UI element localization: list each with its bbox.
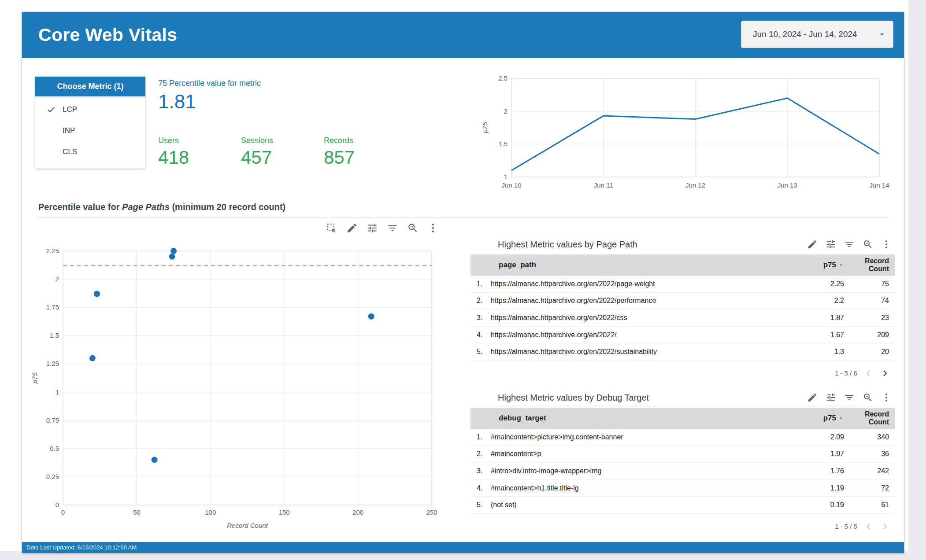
metric-filter-list: LCP INP CLS	[35, 96, 145, 169]
marquee-select-icon[interactable]	[326, 222, 337, 234]
svg-text:Jun 11: Jun 11	[594, 181, 613, 189]
row-p75: 0.19	[802, 501, 844, 509]
more-vert-icon[interactable]	[881, 239, 892, 250]
section-divider	[37, 217, 889, 217]
column-header-p75[interactable]: p75	[802, 261, 844, 269]
metric-option-label: INP	[63, 126, 75, 135]
svg-text:Record Count: Record Count	[227, 522, 268, 529]
dropdown-caret-icon	[877, 29, 887, 39]
section-title-suffix: (minimum 20 record count)	[170, 202, 285, 212]
edit-icon[interactable]	[346, 222, 358, 234]
svg-text:Jun 10: Jun 10	[501, 181, 521, 189]
row-debug-target: #intro>div.intro-image-wrapper>img	[491, 467, 802, 475]
column-header-p75-label: p75	[823, 414, 836, 423]
scorecard-value: 457	[241, 147, 273, 168]
more-vert-icon[interactable]	[427, 222, 439, 234]
table-row[interactable]: 2. #maincontent>p 1.97 36	[470, 446, 895, 463]
metric-option-inp[interactable]: INP	[35, 120, 145, 141]
row-index: 3.	[470, 314, 491, 322]
p75-time-series-chart[interactable]: 11.522.5Jun 10Jun 11Jun 12Jun 13Jun 14p7…	[480, 69, 899, 201]
table-row[interactable]: 2. https://almanac.httparchive.org/en/20…	[470, 293, 895, 310]
scorecard-label: Records	[324, 136, 355, 145]
row-p75: 2.25	[802, 280, 844, 288]
metric-filter-header[interactable]: Choose Metric (1)	[35, 77, 145, 96]
svg-text:1.25: 1.25	[46, 360, 59, 367]
pagination: 1 - 5 / 5	[470, 514, 895, 539]
row-index: 2.	[470, 297, 491, 305]
row-page-path: https://almanac.httparchive.org/en/2022/…	[491, 280, 802, 288]
svg-text:200: 200	[352, 508, 363, 516]
svg-text:1.5: 1.5	[50, 332, 59, 339]
column-header-record-count[interactable]: Record Count	[844, 257, 889, 273]
table-row[interactable]: 5. (not set) 0.19 61	[470, 497, 895, 514]
svg-text:2.25: 2.25	[46, 247, 59, 254]
row-index: 5.	[470, 501, 491, 509]
row-debug-target: #maincontent>p	[491, 450, 802, 458]
zoom-out-icon[interactable]	[863, 239, 873, 250]
svg-text:1: 1	[56, 388, 59, 396]
chevron-right-icon[interactable]	[879, 521, 891, 532]
check-icon	[47, 105, 56, 114]
section-title-prefix: Percentile value for	[38, 202, 122, 212]
table-row[interactable]: 3. #intro>div.intro-image-wrapper>img 1.…	[470, 463, 895, 480]
svg-text:2.5: 2.5	[498, 74, 507, 82]
row-record-count: 72	[844, 484, 889, 492]
filter-icon[interactable]	[844, 392, 855, 403]
table-row[interactable]: 4. #maincontent>h1.title.title-lg 1.19 7…	[470, 480, 895, 497]
zoom-out-icon[interactable]	[407, 222, 419, 234]
more-vert-icon[interactable]	[881, 392, 892, 403]
svg-text:250: 250	[426, 508, 437, 516]
scorecard-value: 1.81	[158, 91, 261, 113]
tune-icon[interactable]	[367, 222, 378, 234]
row-p75: 2.2	[802, 297, 844, 305]
column-header-dimension[interactable]: page_path	[491, 261, 802, 269]
svg-text:0.25: 0.25	[46, 473, 59, 480]
table-toolbar	[807, 392, 895, 403]
svg-text:50: 50	[133, 508, 141, 516]
table-title-row: Highest Metric values by Page Path	[470, 234, 895, 254]
table-row[interactable]: 4. https://almanac.httparchive.org/en/20…	[470, 327, 895, 344]
tune-icon[interactable]	[826, 239, 836, 250]
pagination: 1 - 5 / 6	[470, 361, 895, 386]
row-index: 1.	[470, 433, 491, 441]
scorecard-label: Users	[158, 136, 189, 145]
table-row[interactable]: 1. https://almanac.httparchive.org/en/20…	[470, 276, 895, 293]
pagination-label: 1 - 5 / 5	[835, 523, 857, 530]
date-range-picker[interactable]: Jun 10, 2024 - Jun 14, 2024	[741, 21, 893, 48]
row-p75: 1.19	[802, 484, 844, 492]
svg-text:Jun 12: Jun 12	[685, 181, 705, 189]
table-row[interactable]: 5. https://almanac.httparchive.org/en/20…	[470, 343, 895, 361]
table-title: Highest Metric values by Debug Target	[498, 393, 649, 403]
tune-icon[interactable]	[826, 392, 836, 403]
svg-text:1.5: 1.5	[498, 140, 507, 147]
row-debug-target: #maincontent>picture>img.content-banner	[491, 433, 802, 441]
table-row[interactable]: 1. #maincontent>picture>img.content-bann…	[470, 429, 895, 446]
svg-text:150: 150	[279, 508, 290, 516]
table-row[interactable]: 3. https://almanac.httparchive.org/en/20…	[470, 309, 895, 327]
p75-scatter-chart[interactable]: 00.250.50.7511.251.51.7522.2505010015020…	[22, 241, 463, 540]
filter-icon[interactable]	[387, 222, 398, 234]
zoom-out-icon[interactable]	[863, 392, 873, 403]
row-p75: 1.67	[802, 331, 844, 339]
row-p75: 1.76	[802, 467, 844, 475]
row-index: 2.	[470, 450, 491, 458]
chevron-left-icon[interactable]	[863, 521, 874, 532]
row-record-count: 74	[844, 297, 889, 305]
chevron-right-icon[interactable]	[879, 368, 891, 379]
row-p75: 1.97	[802, 450, 844, 458]
svg-text:0.5: 0.5	[50, 445, 59, 452]
column-header-dimension[interactable]: debug_target	[491, 414, 802, 423]
metric-option-cls[interactable]: CLS	[35, 141, 145, 162]
sort-caret-icon	[838, 262, 844, 268]
scatter-chart-toolbar	[326, 222, 439, 234]
edit-icon[interactable]	[807, 392, 818, 403]
row-record-count: 340	[844, 433, 889, 441]
metric-option-label: CLS	[63, 147, 77, 156]
chevron-left-icon[interactable]	[863, 368, 874, 379]
column-header-p75[interactable]: p75	[802, 414, 844, 423]
scorecard-value: 418	[158, 147, 189, 168]
metric-option-lcp[interactable]: LCP	[35, 99, 145, 120]
filter-icon[interactable]	[844, 239, 855, 250]
edit-icon[interactable]	[807, 239, 818, 250]
column-header-record-count[interactable]: Record Count	[844, 410, 889, 426]
